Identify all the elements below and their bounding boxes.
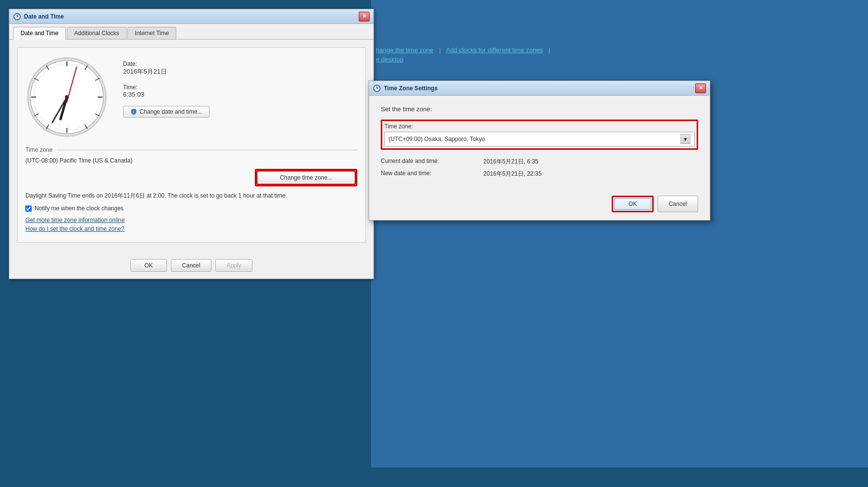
shield-icon: ! (130, 108, 137, 115)
svg-text:!: ! (133, 110, 134, 114)
timezone-settings-dialog: Time Zone Settings ✕ Set the time zone: … (369, 81, 710, 221)
content-panel: Date: 2016年5月21日 Time: 6:35:03 ! Change … (17, 47, 366, 243)
svg-point-4 (17, 16, 18, 17)
separator: | (439, 46, 440, 54)
timezone-dialog-buttons: OK Cancel (369, 190, 710, 220)
timezone-dialog-content: Set the time zone: Time zone: (UTC+09:00… (369, 96, 710, 190)
link-add-clocks[interactable]: Add clocks for different time zones (446, 46, 543, 54)
timezone-close-button[interactable]: ✕ (695, 83, 706, 93)
svg-point-30 (376, 88, 377, 89)
timezone-zone-label: Time zone: (384, 123, 695, 130)
timezone-section: Time zone (UTC-08:00) Pacific Time (US &… (25, 146, 357, 232)
titlebar-left: Date and Time (13, 13, 64, 20)
analog-clock (25, 56, 108, 139)
timezone-ok-highlight: OK (612, 196, 653, 212)
timezone-title-icon (373, 84, 381, 92)
tz-titlebar-left: Time Zone Settings (373, 84, 437, 92)
tabs-container: Date and Time Additional Clocks Internet… (9, 24, 373, 40)
timezone-select-inner: (UTC+09:00) Osaka, Sapporo, Tokyo ▼ (384, 132, 695, 146)
tab-internet-time[interactable]: Internet Time (127, 27, 176, 39)
change-timezone-button[interactable]: Change time zone... (257, 171, 355, 184)
control-panel-links: hange the time zone | Add clocks for dif… (376, 46, 554, 63)
new-datetime-label: New date and time: (381, 170, 469, 178)
datetime-close-button[interactable]: ✕ (359, 12, 370, 21)
current-datetime-row: Current date and time: 2016年5月21日, 6:35 (381, 158, 698, 166)
help-link-set-clock[interactable]: How do I set the clock and time zone? (25, 225, 357, 232)
timezone-dropdown-arrow[interactable]: ▼ (681, 134, 690, 144)
datetime-cancel-button[interactable]: Cancel (171, 259, 211, 272)
timezone-cancel-button[interactable]: Cancel (658, 196, 698, 212)
tab-additional-clocks[interactable]: Additional Clocks (67, 27, 126, 39)
notify-row: Notify me when the clock changes (25, 205, 357, 212)
current-datetime-value: 2016年5月21日, 6:35 (483, 158, 538, 166)
datetime-apply-button[interactable]: Apply (215, 259, 252, 272)
clock-date-row: Date: 2016年5月21日 Time: 6:35:03 ! Change … (25, 56, 357, 139)
datetime-dialog-buttons: OK Cancel Apply (9, 254, 373, 279)
timezone-ok-button[interactable]: OK (614, 198, 651, 210)
date-value: 2016年5月21日 (123, 67, 209, 76)
current-datetime-label: Current date and time: (381, 158, 469, 166)
tab-date-time[interactable]: Date and Time (13, 27, 66, 40)
time-value: 6:35:03 (123, 91, 209, 98)
timezone-section-label: Time zone (25, 146, 53, 153)
datetime-dialog: Date and Time ✕ Date and Time Additional… (9, 9, 374, 279)
clock-title-icon (13, 13, 21, 20)
notify-label: Notify me when the clock changes (35, 205, 124, 212)
help-links: Get more time zone information online Ho… (25, 217, 357, 232)
timezone-dialog-title: Time Zone Settings (384, 85, 437, 92)
date-time-info: Date: 2016年5月21日 Time: 6:35:03 ! Change … (123, 56, 209, 118)
timezone-current-value: (UTC-08:00) Pacific Time (US & Canada) (25, 157, 357, 164)
svg-point-23 (65, 95, 69, 99)
change-datetime-button[interactable]: ! Change date and time... (123, 106, 209, 118)
control-panel-background (371, 0, 868, 467)
datetime-dialog-title: Date and Time (24, 13, 64, 20)
timezone-select-highlight: Time zone: (UTC+09:00) Osaka, Sapporo, T… (381, 120, 698, 150)
change-tz-wrapper: Change time zone... (25, 169, 357, 186)
link-desktop[interactable]: e desktop (376, 56, 403, 63)
link-change-timezone[interactable]: hange the time zone (376, 46, 434, 54)
datetime-content: Date: 2016年5月21日 Time: 6:35:03 ! Change … (9, 40, 373, 254)
dst-info: Daylight Saving Time ends on 2016年11月6日 … (25, 191, 357, 200)
notify-checkbox[interactable] (25, 205, 32, 212)
change-tz-highlight: Change time zone... (255, 169, 357, 186)
datetime-titlebar: Date and Time ✕ (9, 9, 373, 24)
timezone-select-value: (UTC+09:00) Osaka, Sapporo, Tokyo (389, 136, 681, 142)
time-label: Time: (123, 84, 209, 91)
timezone-titlebar: Time Zone Settings ✕ (369, 81, 710, 96)
set-timezone-label: Set the time zone: (381, 105, 698, 113)
datetime-ok-button[interactable]: OK (130, 259, 167, 272)
help-link-timezone-info[interactable]: Get more time zone information online (25, 217, 357, 223)
section-divider (57, 150, 357, 150)
date-label: Date: (123, 61, 209, 67)
new-datetime-value: 2016年5月21日, 22:35 (483, 170, 541, 178)
new-datetime-row: New date and time: 2016年5月21日, 22:35 (381, 170, 698, 178)
separator2: | (549, 46, 550, 54)
section-header: Time zone (25, 146, 357, 153)
